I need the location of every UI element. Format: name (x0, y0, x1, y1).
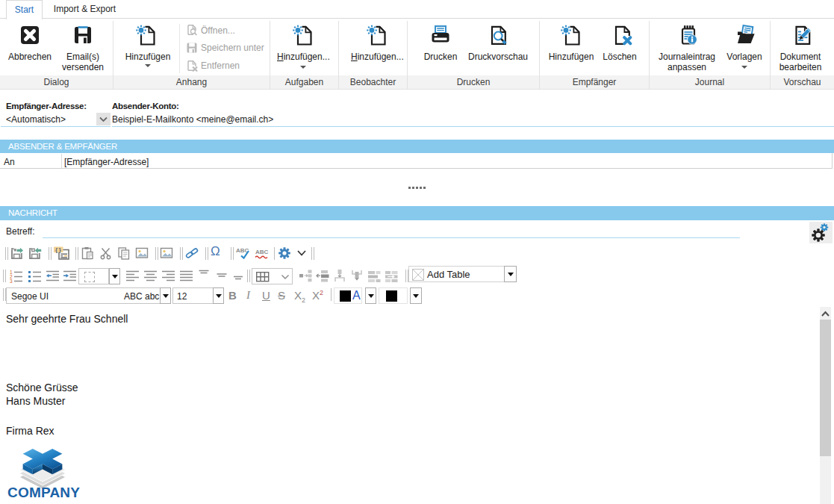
svg-text:COMPANY: COMPANY (7, 485, 80, 500)
svg-text:ABC: ABC (255, 249, 269, 255)
svg-text:{ }: { } (55, 246, 61, 253)
svg-text:3: 3 (10, 279, 13, 284)
